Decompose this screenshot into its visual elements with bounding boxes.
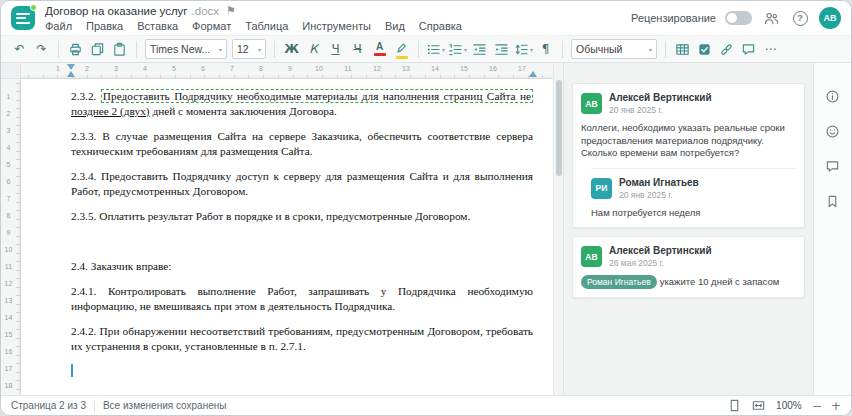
- decrease-indent-button[interactable]: [469, 38, 490, 60]
- comment-text: Коллеги, необходимо указать реальные сро…: [581, 122, 796, 160]
- checkbox-button[interactable]: [694, 38, 715, 60]
- logo-bar: [16, 13, 30, 15]
- first-line-indent-marker[interactable]: [67, 64, 75, 70]
- chevron-down-icon: ▾: [530, 46, 533, 53]
- collaborators-icon[interactable]: [761, 8, 781, 28]
- toolbar-divider: [665, 41, 666, 58]
- right-sidebar: [813, 63, 851, 395]
- paragraph-style-select[interactable]: Обычный▾: [571, 39, 657, 59]
- redo-icon[interactable]: ↷: [31, 38, 52, 60]
- chevron-down-icon: ▾: [464, 46, 467, 53]
- chevron-down-icon: ▾: [442, 46, 445, 53]
- increase-indent-button[interactable]: [491, 38, 512, 60]
- zoom-in-button[interactable]: +: [831, 400, 841, 412]
- ruler-number: 16: [1, 348, 16, 355]
- menu-item[interactable]: Справка: [419, 20, 462, 32]
- insert-link-button[interactable]: [716, 38, 737, 60]
- paragraph: 2.3.4. Предоставить Подрядчику доступ к …: [71, 169, 533, 199]
- text-cursor: [71, 364, 73, 377]
- bullet-list-button[interactable]: ▾: [425, 38, 446, 60]
- ruler-number: 2: [1, 110, 16, 117]
- logo-status-dot: [30, 4, 37, 11]
- highlight-color-button[interactable]: [391, 38, 412, 60]
- comment-author: Алексей Вертинский: [609, 245, 712, 256]
- favorite-flag-icon[interactable]: ⚑: [226, 5, 236, 17]
- bold-button[interactable]: Ж: [281, 38, 302, 60]
- paste-icon[interactable]: [109, 38, 130, 60]
- comment-avatar: АВ: [581, 93, 602, 114]
- toolbar: ↶↷Times New...▾12▾ЖКЧЧА▾▾▾¶Обычный▾⋯: [1, 35, 851, 63]
- comment-card[interactable]: АВАлексей Вертинский20 янв 2025 г.Коллег…: [572, 83, 805, 228]
- paragraph: 2.3.5. Оплатить результат Работ в порядк…: [71, 209, 533, 224]
- font-color-button[interactable]: А: [369, 38, 390, 60]
- paragraph: 2.4. Заказчик вправе:: [71, 259, 533, 274]
- menu-item[interactable]: Правка: [86, 20, 123, 32]
- chevron-down-icon: ▾: [258, 46, 261, 53]
- info-icon[interactable]: [822, 85, 844, 107]
- copy-icon[interactable]: [87, 38, 108, 60]
- paragraph-marks-button[interactable]: ¶: [535, 38, 556, 60]
- mention-chip[interactable]: Роман Игнатьев: [581, 275, 657, 289]
- right-indent-marker[interactable]: [529, 71, 537, 77]
- insert-table-button[interactable]: [672, 38, 693, 60]
- paragraph: 2.3.2. Предоставить Подрядчику необходим…: [71, 89, 533, 119]
- save-status: Все изменения сохранены: [103, 400, 226, 411]
- titlebar: Договор на оказание услуг.docx ⚑ ФайлПра…: [1, 1, 851, 35]
- page-indicator[interactable]: Страница 2 из 3: [11, 400, 86, 411]
- document-page[interactable]: 2.3.2. Предоставить Подрядчику необходим…: [21, 79, 553, 395]
- ruler-number: 15: [460, 65, 468, 72]
- ruler-number: 8: [259, 65, 263, 72]
- document-extension: .docx: [192, 5, 220, 17]
- font-size-select[interactable]: 12▾: [232, 39, 266, 59]
- ruler-number: 4: [1, 144, 16, 151]
- ruler-number: 17: [1, 365, 16, 372]
- comment-header: АВАлексей Вертинский26 мая 2025 г.: [581, 245, 796, 268]
- vertical-scrollbar[interactable]: [553, 63, 563, 395]
- fit-page-button[interactable]: [727, 398, 742, 413]
- zoom-controls: 100% − +: [727, 398, 841, 413]
- zoom-out-button[interactable]: −: [812, 400, 822, 412]
- comment-date: 20 янв 2025 г.: [619, 190, 699, 200]
- more-button[interactable]: ⋯: [760, 38, 781, 60]
- scrollbar-thumb[interactable]: [556, 80, 562, 176]
- menu-item[interactable]: Таблица: [245, 20, 288, 32]
- strikethrough-button[interactable]: Ч: [347, 38, 368, 60]
- chat-icon[interactable]: [822, 155, 844, 177]
- ruler-number: 11: [344, 65, 351, 72]
- comment-button[interactable]: [738, 38, 759, 60]
- ruler-number: 10: [1, 246, 16, 253]
- feedback-icon[interactable]: [822, 120, 844, 142]
- print-icon[interactable]: [65, 38, 86, 60]
- menu-item[interactable]: Формат: [192, 20, 231, 32]
- bookmark-icon[interactable]: [822, 190, 844, 212]
- app-logo-icon[interactable]: [11, 6, 35, 30]
- underline-button[interactable]: Ч: [325, 38, 346, 60]
- vertical-ruler[interactable]: 123456789101112131415161718: [1, 79, 21, 395]
- review-toggle[interactable]: [725, 11, 752, 25]
- line-spacing-button[interactable]: ▾: [513, 38, 534, 60]
- user-avatar[interactable]: АВ: [819, 7, 841, 29]
- menu-item[interactable]: Файл: [45, 20, 72, 32]
- horizontal-ruler[interactable]: 1234567891011121314151617: [21, 63, 553, 79]
- menu-item[interactable]: Инструменты: [302, 20, 371, 32]
- undo-icon[interactable]: ↶: [9, 38, 30, 60]
- help-icon[interactable]: ?: [790, 8, 810, 28]
- ruler-number: 7: [1, 195, 16, 202]
- menu-item[interactable]: Вид: [385, 20, 405, 32]
- comment-reply[interactable]: РИРоман Игнатьев20 янв 2025 г.Нам потреб…: [591, 168, 796, 220]
- left-indent-marker[interactable]: [67, 71, 75, 77]
- italic-button[interactable]: К: [303, 38, 324, 60]
- toolbar-divider: [136, 41, 137, 58]
- comment-header: РИРоман Игнатьев20 янв 2025 г.: [591, 177, 796, 200]
- zoom-level[interactable]: 100%: [775, 400, 803, 411]
- fit-width-button[interactable]: [751, 398, 766, 413]
- text-run: 2.4.1. Контролировать выполнение Работ, …: [71, 285, 533, 312]
- comment-card[interactable]: АВАлексей Вертинский26 мая 2025 г.Роман …: [572, 236, 805, 298]
- numbered-list-button[interactable]: ▾: [447, 38, 468, 60]
- ruler-number: 3: [1, 127, 16, 134]
- ruler-number: 5: [1, 161, 16, 168]
- menu-item[interactable]: Вставка: [137, 20, 178, 32]
- app-window: Договор на оказание услуг.docx ⚑ ФайлПра…: [0, 0, 852, 416]
- ruler-number: 1: [1, 93, 16, 100]
- font-name-select[interactable]: Times New...▾: [145, 39, 227, 59]
